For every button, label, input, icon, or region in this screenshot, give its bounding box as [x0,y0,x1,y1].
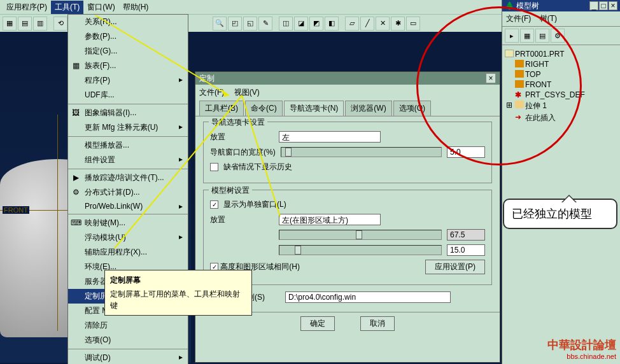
tb-btn[interactable]: ▦ [520,29,534,43]
tree-legend: 模型树设置 [209,185,252,196]
expand-icon[interactable]: ⊞ [506,101,512,109]
dialog-tabs: 工具栏(B) 命令(C) 导航选项卡(N) 浏览器(W) 选项(O) [195,101,500,116]
tb-btn[interactable]: ◫ [279,17,293,31]
tree-root[interactable]: PRT0001.PRT [505,49,617,59]
tree-icon: 🌲 [505,1,514,10]
side-menu-file[interactable]: 文件(F) [506,14,531,23]
tb-btn[interactable]: ▭ [406,17,420,31]
tooltip-title: 定制屏幕 [110,274,246,286]
tb-btn[interactable]: ⚙ [551,29,565,43]
show-separate-checkbox[interactable]: ✓ [210,200,218,209]
menu-mapkeys[interactable]: ⌨映射键(M)... [68,216,188,230]
tree-placement-label: 放置 [210,214,274,225]
menu-aux[interactable]: 辅助应用程序(X)... [68,245,188,260]
tb-btn[interactable]: ◱ [243,17,257,31]
menu-program[interactable]: 程序(P)▸ [68,73,188,88]
menu-mfg[interactable]: 更新 Mfg 注释元素(U)▸ [68,120,188,135]
tb-btn[interactable]: ▤ [535,29,549,43]
plane-icon [515,70,524,78]
tb-btn[interactable]: ✎ [258,17,272,31]
tab-navtabs[interactable]: 导航选项卡(N) [284,101,344,116]
tb-btn[interactable]: ✕ [376,17,390,31]
tree-item[interactable]: RIGHT [505,59,617,69]
tab-commands[interactable]: 命令(C) [245,101,283,116]
tb-btn[interactable]: 🔍 [213,17,227,31]
menu-relations[interactable]: 关系(R)... [68,15,188,29]
menu-player[interactable]: 模型播放器... [68,138,188,153]
menu-designate[interactable]: 指定(G)... [68,44,188,59]
tb-btn[interactable]: ◪ [294,17,308,31]
menu-tooltip: 定制屏幕 定制屏幕上可用的菜单、工具栏和映射键 [104,270,252,316]
menu-debug[interactable]: 调试(D)▸ [68,351,188,364]
placement-select[interactable]: 左 [279,131,381,143]
tb-btn[interactable]: ▦ [3,17,17,31]
chevron-right-icon: ▸ [179,353,183,361]
menu-asm-settings[interactable]: 组件设置▸ [68,153,188,167]
menu-distributed[interactable]: ⚙分布式计算(D)... [68,185,188,200]
tb-btn[interactable]: ▤ [18,17,32,31]
menu-app[interactable]: 应用程序(P) [3,1,51,14]
menu-clear[interactable]: 清除历 [68,318,188,333]
menu-params[interactable]: 参数(P)... [68,29,188,44]
tree-item[interactable]: ✱PRT_CSYS_DEF [505,90,617,100]
history-checkbox[interactable] [210,163,218,171]
image-icon: 🖼 [71,108,81,118]
close-icon[interactable]: × [486,73,496,83]
dlg-menu-view[interactable]: 视图(V) [234,88,260,97]
tb-btn[interactable]: ⟲ [53,17,67,31]
tree-item[interactable]: FRONT [505,80,617,90]
menu-tools[interactable]: 工具(T) [51,1,83,14]
tb-btn[interactable]: ╱ [360,17,374,31]
menu-weblink[interactable]: Pro/Web.Link(W)▸ [68,200,188,213]
menu-help[interactable]: 帮助(H) [119,1,153,14]
dialog-titlebar[interactable]: 定制 × [195,72,500,85]
width-input[interactable]: 5.0 [447,146,485,158]
menu-familytable[interactable]: ▦族表(F)... [68,59,188,73]
chevron-right-icon: ▸ [179,75,183,84]
show-separate-label: 显示为单独窗口(L) [223,199,287,210]
tab-toolbars[interactable]: 工具栏(B) [199,101,244,116]
table-icon: ▦ [71,60,81,71]
width-slider[interactable] [281,147,442,157]
autosave-path-input[interactable]: D:\pro4.0\config.win [285,291,451,303]
side-menu-tree[interactable]: 树(T) [540,14,557,23]
menu-imgedit[interactable]: 🖼图象编辑器(I)... [68,106,188,120]
tab-options[interactable]: 选项(O) [393,101,431,116]
placement-label: 放置 [210,132,274,143]
menu-trail[interactable]: ▶播放踪迹/培训文件(T)... [68,171,188,185]
tree-item[interactable]: ⊞拉伸 1 [505,100,617,112]
ok-button[interactable]: 确定 [300,316,335,331]
nav-legend: 导航选项卡设置 [209,117,267,128]
tab-browser[interactable]: 浏览器(W) [345,101,391,116]
slider-2[interactable] [279,245,442,255]
maximize-icon[interactable]: □ [599,1,608,10]
cancel-button[interactable]: 取消 [360,316,395,331]
menu-window[interactable]: 窗口(W) [83,1,118,14]
val2-input[interactable]: 15.0 [447,244,485,256]
tb-btn[interactable]: ▥ [33,17,47,31]
minimize-icon[interactable]: _ [589,1,598,10]
tb-btn[interactable]: ◩ [309,17,323,31]
side-titlebar[interactable]: 🌲 模型树 _□× [502,0,620,11]
slider-1[interactable] [279,230,442,240]
menu-float[interactable]: 浮动模块(U)▸ [68,230,188,245]
annotation-bubble: 已经独立的模型 [503,199,617,229]
nav-settings-group: 导航选项卡设置 放置 左 导航窗口的宽度(%) 5.0 缺省情况下显示历史 [203,122,492,183]
menu-options[interactable]: 选项(O) [68,333,188,347]
close-icon[interactable]: × [609,1,617,10]
history-label: 缺省情况下显示历史 [223,162,292,172]
apply-settings-button[interactable]: 应用设置(P) [425,260,485,274]
tree-item[interactable]: ➜在此插入 [505,112,617,124]
tb-btn[interactable]: ◧ [325,17,339,31]
menu-udf[interactable]: UDF库... [68,88,188,102]
dlg-menu-file[interactable]: 文件(F) [199,88,224,97]
tb-btn[interactable]: ▱ [345,17,359,31]
tb-btn[interactable]: ◰ [228,17,242,31]
tb-btn[interactable]: ✱ [391,17,405,31]
val1-input[interactable]: 67.5 [447,229,485,241]
model-tree-panel: 🌲 模型树 _□× 文件(F) 树(T) ▸ ▦ ▤ ⚙ PRT0001.PRT… [502,0,620,364]
tree-placement-select[interactable]: 左(在图形区域上方) [279,214,381,225]
tb-btn[interactable]: ▸ [505,29,519,43]
csys-icon: ✱ [515,90,524,98]
tree-item[interactable]: TOP [505,69,617,80]
